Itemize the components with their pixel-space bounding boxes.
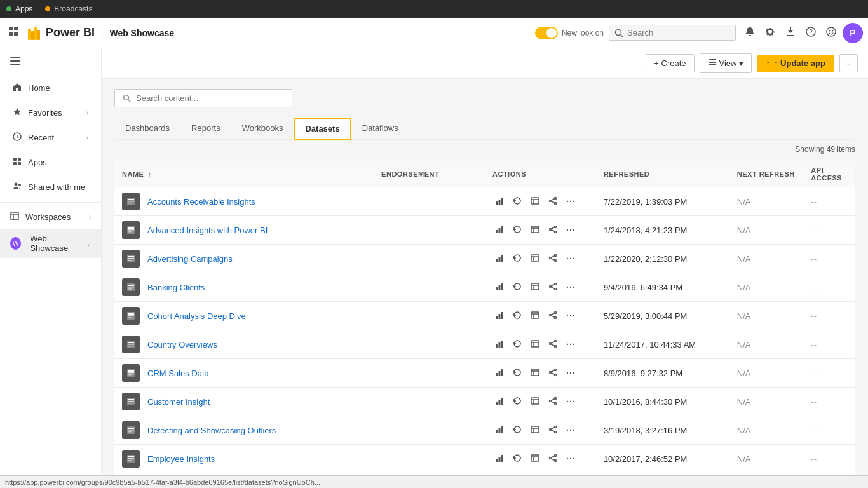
share-action-icon-6[interactable] [546, 367, 560, 380]
more-options-button[interactable]: ··· [839, 54, 858, 72]
content-search-box[interactable] [114, 89, 292, 107]
chart-action-icon-1[interactable] [492, 224, 506, 237]
chart-action-icon-3[interactable] [492, 281, 506, 294]
analyze-action-icon-2[interactable] [528, 252, 542, 266]
more-action-icon-1[interactable]: ··· [564, 224, 578, 236]
analyze-action-icon-7[interactable] [528, 395, 542, 409]
sidebar-item-workspaces[interactable]: Workspaces › [0, 205, 101, 229]
analyze-action-icon-4[interactable] [528, 309, 542, 323]
dataset-name-4[interactable]: Cohort Analysis Deep Dive [147, 311, 246, 321]
analyze-action-icon-6[interactable] [528, 367, 542, 380]
sidebar-item-home[interactable]: Home [3, 76, 98, 100]
more-action-icon-5[interactable]: ··· [564, 338, 578, 351]
refresh-action-icon-5[interactable] [510, 338, 524, 351]
analyze-action-icon-3[interactable] [528, 281, 542, 294]
avatar[interactable]: P [843, 23, 863, 43]
global-search-box[interactable] [609, 25, 736, 41]
share-action-icon-5[interactable] [546, 338, 560, 351]
refresh-action-icon-8[interactable] [510, 424, 524, 437]
share-action-icon-1[interactable] [546, 224, 560, 237]
sidebar-item-shared[interactable]: Shared with me [3, 175, 98, 199]
more-action-icon-2[interactable]: ··· [564, 252, 578, 265]
more-action-icon-9[interactable]: ··· [564, 452, 578, 465]
chart-action-icon-6[interactable] [492, 367, 506, 380]
more-action-icon-6[interactable]: ··· [564, 367, 578, 379]
help-icon[interactable]: ? [802, 23, 820, 43]
more-action-icon-4[interactable]: ··· [564, 309, 578, 322]
share-action-icon-8[interactable] [546, 424, 560, 437]
emoji-icon[interactable] [822, 23, 840, 43]
dataset-name-2[interactable]: Advertising Campaigns [147, 254, 233, 264]
tab-reports[interactable]: Reports [180, 118, 231, 140]
refresh-action-icon-3[interactable] [510, 281, 524, 294]
broadcasts-favicon [45, 6, 50, 11]
analyze-action-icon-1[interactable] [528, 224, 542, 237]
refresh-action-icon-1[interactable] [510, 224, 524, 237]
notification-icon[interactable] [741, 23, 759, 43]
tab-dashboards[interactable]: Dashboards [114, 118, 180, 140]
dataset-next-refresh-8: N/A [729, 416, 804, 445]
analyze-action-icon-9[interactable] [528, 452, 542, 466]
refresh-action-icon-9[interactable] [510, 452, 524, 466]
svg-line-160 [552, 458, 555, 459]
create-button[interactable]: + Create [646, 54, 694, 72]
dataset-name-6[interactable]: CRM Sales Data [147, 369, 209, 378]
dataset-name-8[interactable]: Detecting and Showcasing Outliers [147, 426, 276, 435]
refresh-action-icon-0[interactable] [510, 195, 524, 208]
refresh-action-icon-6[interactable] [510, 367, 524, 380]
view-button[interactable]: View ▾ [700, 53, 752, 73]
analyze-action-icon-5[interactable] [528, 338, 542, 351]
chart-action-icon-2[interactable] [492, 252, 506, 266]
share-action-icon-0[interactable] [546, 195, 560, 208]
dataset-name-5[interactable]: Country Overviews [147, 340, 217, 349]
browser-tab-apps[interactable]: Apps [6, 4, 32, 13]
analyze-action-icon-0[interactable] [528, 195, 542, 208]
settings-icon[interactable] [761, 23, 779, 43]
dataset-name-1[interactable]: Advanced Insights with Power BI [147, 226, 268, 235]
dataset-name-3[interactable]: Banking Clients [147, 283, 205, 292]
share-action-icon-9[interactable] [546, 452, 560, 466]
chart-action-icon-5[interactable] [492, 338, 506, 351]
refresh-action-icon-2[interactable] [510, 252, 524, 266]
more-action-icon-7[interactable]: ··· [564, 395, 578, 408]
grid-icon[interactable] [5, 23, 23, 43]
chart-action-icon-8[interactable] [492, 424, 506, 437]
new-look-toggle[interactable] [535, 27, 558, 39]
share-action-icon-2[interactable] [546, 252, 560, 266]
svg-rect-98 [128, 344, 134, 345]
col-header-name[interactable]: NAME ↑ [114, 161, 374, 187]
sidebar-active-workspace[interactable]: W Web Showcase ⌄ [0, 229, 101, 258]
share-action-icon-3[interactable] [546, 281, 560, 294]
dataset-name-9[interactable]: Employee Insights [147, 454, 215, 464]
more-action-icon-8[interactable]: ··· [564, 424, 578, 437]
global-search-input[interactable] [627, 28, 716, 37]
svg-point-158 [555, 459, 557, 461]
more-action-icon-0[interactable]: ··· [564, 195, 578, 208]
content-search-input[interactable] [136, 93, 276, 103]
tab-datasets[interactable]: Datasets [294, 118, 351, 140]
sidebar-item-apps[interactable]: Apps [3, 151, 98, 174]
tab-dataflows[interactable]: Dataflows [351, 118, 409, 140]
sidebar-hamburger[interactable] [0, 48, 101, 76]
tab-workbooks[interactable]: Workbooks [231, 118, 294, 140]
svg-line-9 [621, 34, 623, 37]
dataset-name-0[interactable]: Accounts Receivable Insights [147, 197, 255, 207]
refresh-action-icon-4[interactable] [510, 309, 524, 323]
sidebar-item-favorites[interactable]: Favorites › [3, 101, 98, 125]
chart-action-icon-7[interactable] [492, 395, 506, 409]
more-action-icon-3[interactable]: ··· [564, 281, 578, 294]
chart-action-icon-0[interactable] [492, 195, 506, 208]
chart-action-icon-9[interactable] [492, 452, 506, 466]
sidebar-item-recent[interactable]: Recent › [3, 126, 98, 149]
dataset-name-7[interactable]: Customer Insight [147, 397, 210, 407]
chart-action-icon-4[interactable] [492, 309, 506, 323]
share-action-icon-7[interactable] [546, 395, 560, 409]
app-workspace-name[interactable]: Web Showcase [109, 28, 174, 38]
analyze-action-icon-8[interactable] [528, 424, 542, 437]
sidebar-apps-label: Apps [28, 158, 47, 167]
update-app-button[interactable]: ↑ ↑ Update app [757, 55, 834, 72]
browser-tab-broadcasts[interactable]: Broadcasts [45, 4, 92, 13]
download-icon[interactable] [782, 23, 799, 43]
refresh-action-icon-7[interactable] [510, 395, 524, 409]
share-action-icon-4[interactable] [546, 309, 560, 323]
